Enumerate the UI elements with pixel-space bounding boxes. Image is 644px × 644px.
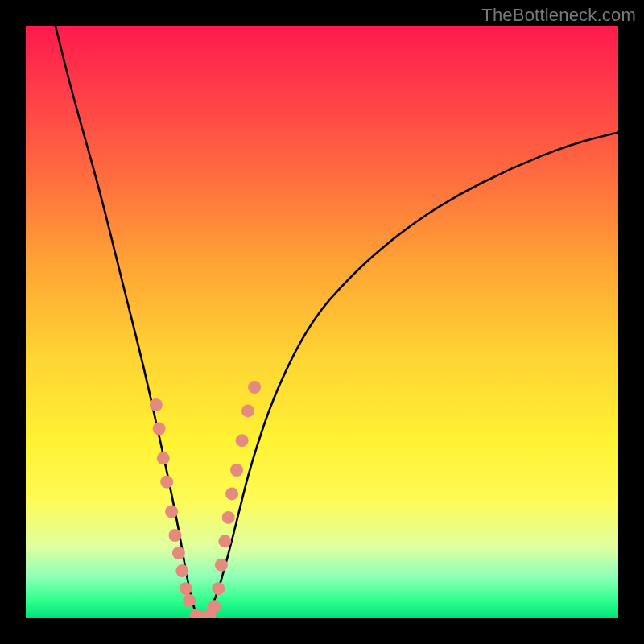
watermark-text: TheBottleneck.com (481, 5, 636, 26)
marker-dot (208, 600, 221, 613)
marker-dot (157, 452, 170, 464)
marker-dot (212, 582, 225, 595)
marker-dot (169, 529, 182, 542)
plot-area (26, 26, 618, 618)
highlighted-points (150, 381, 261, 618)
marker-dot (150, 398, 163, 411)
marker-dot (215, 559, 228, 572)
marker-dot (248, 381, 261, 394)
marker-dot (225, 487, 238, 500)
marker-dot (160, 476, 173, 489)
curve-svg (26, 26, 618, 618)
marker-dot (175, 564, 188, 577)
chart-stage: TheBottleneck.com (0, 0, 644, 644)
marker-dot (222, 511, 235, 524)
marker-dot (153, 423, 166, 436)
bottleneck-curve (56, 26, 618, 618)
marker-dot (165, 506, 178, 518)
marker-dot (218, 535, 231, 547)
marker-dot (183, 594, 196, 607)
marker-dot (242, 404, 254, 417)
marker-dot (236, 434, 249, 447)
marker-dot (172, 547, 185, 559)
marker-dot (230, 464, 243, 477)
marker-dot (180, 582, 192, 595)
